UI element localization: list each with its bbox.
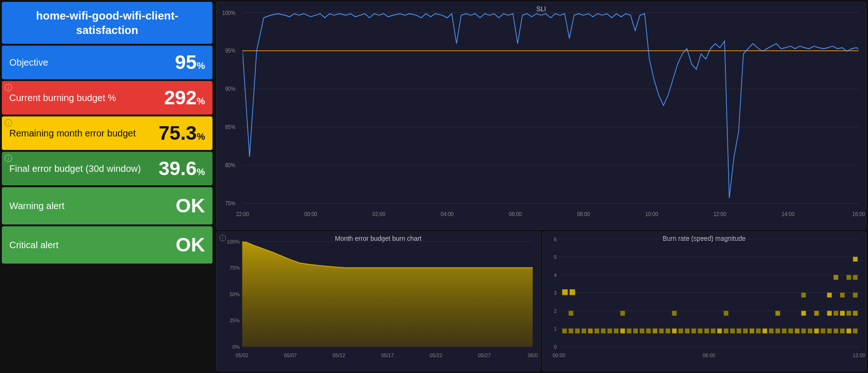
objective-card: Objective 95%: [2, 46, 212, 79]
svg-text:05/27: 05/27: [478, 353, 491, 358]
service-name: home-wifi-good-wifi-client-satisfaction: [9, 8, 205, 37]
svg-rect-86: [711, 329, 715, 333]
svg-rect-84: [697, 329, 702, 333]
svg-rect-127: [853, 275, 857, 279]
burn-chart: i Month error budget burn chart: [216, 231, 540, 371]
svg-rect-97: [782, 329, 786, 333]
svg-text:90%: 90%: [225, 86, 235, 92]
svg-rect-78: [659, 329, 663, 333]
svg-rect-94: [762, 329, 767, 333]
svg-text:06/0: 06/0: [528, 353, 538, 358]
svg-rect-68: [594, 329, 599, 333]
svg-text:3: 3: [554, 290, 556, 295]
svg-rect-72: [620, 329, 625, 333]
svg-rect-123: [834, 275, 838, 279]
svg-rect-75: [640, 329, 644, 333]
svg-rect-85: [704, 329, 709, 333]
svg-text:1: 1: [554, 326, 556, 332]
svg-text:05/12: 05/12: [333, 353, 345, 358]
svg-rect-116: [827, 311, 832, 316]
svg-rect-120: [853, 311, 857, 316]
svg-text:25%: 25%: [230, 318, 240, 323]
svg-rect-92: [749, 329, 754, 333]
svg-text:100%: 100%: [222, 9, 235, 16]
svg-text:6: 6: [554, 236, 556, 242]
svg-rect-96: [775, 329, 780, 333]
svg-text:05/02: 05/02: [236, 353, 248, 358]
burnrate-chart: Burn rate (speed) magnitude 6 5 4: [542, 231, 867, 371]
info-icon-remaining: i: [5, 119, 12, 127]
svg-text:05/22: 05/22: [430, 353, 442, 358]
burnrate-dots: [562, 257, 857, 333]
svg-rect-62: [569, 289, 575, 295]
info-icon-burning: i: [5, 84, 12, 91]
svg-rect-100: [801, 329, 806, 333]
burning-label: Current burning budget %: [9, 93, 116, 103]
svg-rect-128: [853, 293, 857, 298]
svg-text:4: 4: [554, 272, 556, 278]
svg-rect-91: [743, 329, 747, 333]
svg-rect-103: [820, 329, 825, 333]
svg-rect-119: [846, 311, 851, 316]
objective-label: Objective: [9, 57, 48, 68]
svg-text:12:00: 12:00: [853, 353, 865, 358]
svg-rect-95: [769, 329, 773, 333]
svg-rect-70: [607, 329, 612, 333]
svg-rect-110: [620, 311, 625, 316]
burnrate-chart-svg: 6 5 4 3 2 1 0 00:00 06:00 12:00: [543, 232, 866, 371]
final-budget-card: i Final error budget (30d window) 39.6%: [2, 152, 212, 185]
svg-rect-82: [685, 329, 690, 333]
svg-text:05/17: 05/17: [381, 353, 394, 358]
svg-rect-93: [756, 329, 760, 333]
burning-budget-card: i Current burning budget % 292%: [2, 81, 212, 115]
svg-rect-98: [788, 329, 793, 333]
svg-text:14:00: 14:00: [782, 211, 795, 217]
svg-rect-101: [807, 329, 812, 333]
warning-value: OK: [176, 195, 205, 217]
svg-rect-89: [730, 329, 735, 333]
info-icon-burn: i: [219, 235, 226, 241]
sli-chart: SLI 100% 95% 90% 85% 80% 75% 22: [216, 2, 866, 230]
svg-text:05/07: 05/07: [284, 353, 297, 358]
svg-rect-80: [672, 329, 677, 333]
remaining-budget-card: i Remaining month error budget 75.3%: [2, 116, 212, 150]
svg-text:85%: 85%: [225, 124, 235, 130]
svg-text:5: 5: [554, 254, 556, 259]
right-panel: SLI 100% 95% 90% 85% 80% 75% 22: [214, 0, 868, 373]
svg-rect-83: [691, 329, 696, 333]
svg-text:50%: 50%: [230, 292, 240, 297]
warning-alert-card: Warning alert OK: [2, 187, 212, 224]
svg-text:2: 2: [554, 308, 556, 313]
svg-rect-114: [801, 311, 806, 316]
svg-text:22:00: 22:00: [236, 211, 249, 217]
svg-text:06:00: 06:00: [509, 211, 522, 217]
svg-rect-118: [840, 311, 845, 316]
svg-rect-90: [737, 329, 741, 333]
svg-text:75%: 75%: [230, 265, 240, 271]
svg-rect-79: [665, 329, 670, 333]
svg-text:100%: 100%: [227, 238, 240, 244]
svg-rect-102: [814, 329, 819, 333]
svg-rect-109: [568, 311, 573, 316]
svg-text:0%: 0%: [232, 344, 240, 350]
svg-rect-73: [627, 329, 631, 333]
svg-text:95%: 95%: [225, 47, 235, 54]
remaining-value: 75.3%: [158, 122, 205, 144]
svg-rect-63: [562, 329, 567, 333]
svg-text:80%: 80%: [225, 162, 235, 169]
svg-rect-77: [652, 329, 657, 333]
svg-rect-67: [588, 329, 593, 333]
remaining-label: Remaining month error budget: [9, 128, 136, 139]
bottom-charts: i Month error budget burn chart: [216, 231, 866, 371]
svg-rect-71: [614, 329, 618, 333]
svg-rect-76: [646, 329, 650, 333]
svg-rect-111: [672, 311, 677, 316]
left-panel: home-wifi-good-wifi-client-satisfaction …: [0, 0, 214, 373]
svg-text:00:00: 00:00: [304, 211, 317, 217]
svg-rect-122: [827, 293, 832, 298]
critical-alert-card: Critical alert OK: [2, 226, 212, 264]
svg-text:12:00: 12:00: [713, 211, 726, 217]
burn-chart-svg: 100% 75% 50% 25% 0% 05/02 05/07 05/12 05…: [217, 232, 540, 371]
final-value: 39.6%: [158, 157, 205, 180]
sli-chart-svg: 100% 95% 90% 85% 80% 75% 22:00 00:00 02:…: [217, 2, 866, 229]
